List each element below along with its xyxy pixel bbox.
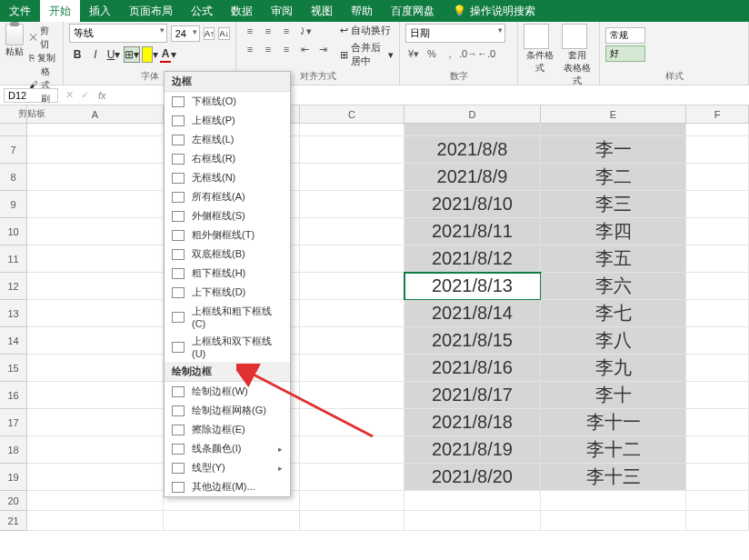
cell-D16[interactable]: 2021/8/17 [404, 382, 541, 409]
font-size-combo[interactable]: 24 [171, 25, 200, 42]
cell-E20[interactable] [541, 491, 686, 511]
cell-F17[interactable] [686, 409, 749, 436]
cell-A19[interactable] [27, 464, 164, 491]
copy-button[interactable]: ⎘复制 [29, 51, 57, 65]
tab-help[interactable]: 帮助 [342, 0, 382, 22]
border-option-5[interactable]: 所有框线(A) [165, 187, 290, 206]
merge-center-button[interactable]: ⊞ 合并后居中 ▾ [340, 41, 394, 68]
cell-D10[interactable]: 2021/8/11 [404, 218, 541, 245]
orientation-button[interactable]: ⤸▾ [296, 24, 313, 38]
currency-button[interactable]: ¥▾ [405, 46, 422, 61]
col-header-d[interactable]: D [404, 105, 541, 123]
tell-me[interactable]: 💡 操作说明搜索 [444, 0, 544, 22]
comma-button[interactable]: , [442, 46, 458, 61]
cell-E17[interactable]: 李十一 [541, 409, 686, 436]
row-header-7[interactable]: 7 [0, 136, 27, 164]
paste-button[interactable]: 粘贴 [5, 24, 24, 58]
cut-button[interactable]: 剪切 [29, 24, 57, 51]
align-bottom-button[interactable]: ≡ [278, 24, 295, 38]
cell-E14[interactable]: 李八 [541, 327, 686, 355]
border-option-11[interactable]: 上框线和粗下框线(C) [165, 302, 290, 332]
draw-border-option-4[interactable]: 线型(Y) [165, 458, 290, 477]
cell-D18[interactable]: 2021/8/19 [404, 436, 541, 464]
border-option-1[interactable]: 上框线(P) [165, 111, 290, 130]
indent-dec-button[interactable]: ⇤ [296, 42, 313, 56]
cell-A16[interactable] [27, 382, 164, 409]
cell-D20[interactable] [404, 491, 541, 511]
cell-A15[interactable] [27, 355, 164, 382]
row-header-15[interactable]: 15 [0, 355, 27, 382]
draw-border-option-2[interactable]: 擦除边框(E) [165, 420, 290, 439]
tab-formula[interactable]: 公式 [182, 0, 222, 22]
border-option-10[interactable]: 上下框线(D) [165, 283, 290, 302]
align-left-button[interactable]: ≡ [242, 42, 258, 56]
cell-F19[interactable] [686, 464, 749, 491]
row-header-14[interactable]: 14 [0, 327, 27, 355]
align-top-button[interactable]: ≡ [242, 24, 258, 38]
cell-D11[interactable]: 2021/8/12 [404, 245, 541, 273]
cell-A21[interactable] [27, 511, 164, 531]
cell-E11[interactable]: 李五 [541, 245, 686, 273]
cell-E13[interactable]: 李七 [541, 300, 686, 327]
row-header-11[interactable]: 11 [0, 245, 27, 273]
border-option-6[interactable]: 外侧框线(S) [165, 206, 290, 225]
col-header-f[interactable]: F [686, 105, 749, 123]
cell-D15[interactable]: 2021/8/16 [404, 355, 541, 382]
cell-C11[interactable] [300, 245, 404, 273]
format-as-table-button[interactable]: 套用 表格格式 [562, 24, 594, 87]
indent-inc-button[interactable]: ⇥ [315, 42, 331, 56]
cell-A9[interactable] [27, 191, 164, 218]
cell-E16[interactable]: 李十 [541, 382, 686, 409]
cell-F21[interactable] [686, 511, 749, 531]
cancel-icon[interactable]: ✕ [62, 89, 77, 101]
cell-F18[interactable] [686, 436, 749, 464]
border-option-2[interactable]: 左框线(L) [165, 130, 290, 149]
increase-font-button[interactable]: A↑ [204, 27, 215, 40]
tab-data[interactable]: 数据 [222, 0, 262, 22]
cell-A14[interactable] [27, 327, 164, 355]
cell-D21[interactable] [404, 511, 541, 531]
cell-B21[interactable] [164, 511, 300, 531]
wrap-text-button[interactable]: ↩ 自动换行 [340, 24, 394, 37]
cell-C14[interactable] [300, 327, 404, 355]
font-color-button[interactable]: A▾ [160, 46, 176, 63]
cell-E10[interactable]: 李四 [541, 218, 686, 245]
bold-button[interactable]: B [69, 46, 85, 63]
fill-color-button[interactable]: ▾ [142, 46, 158, 63]
tab-insert[interactable]: 插入 [80, 0, 120, 22]
borders-button[interactable]: ⊞▾ [124, 46, 140, 63]
decrease-font-button[interactable]: A↓ [218, 27, 230, 40]
font-name-combo[interactable]: 等线 [69, 24, 167, 43]
tab-review[interactable]: 审阅 [262, 0, 302, 22]
cell-A8[interactable] [27, 164, 164, 191]
cell-D8[interactable]: 2021/8/9 [404, 164, 541, 191]
cell-E8[interactable]: 李二 [541, 164, 686, 191]
cell-F15[interactable] [686, 355, 749, 382]
cell-D12[interactable]: 2021/8/13 [404, 273, 541, 300]
draw-border-option-1[interactable]: 绘制边框网格(G) [165, 401, 290, 420]
cell-F11[interactable] [686, 245, 749, 273]
row-header-8[interactable]: 8 [0, 164, 27, 191]
row-header-17[interactable]: 17 [0, 409, 27, 436]
cell-F8[interactable] [686, 164, 749, 191]
cell-A18[interactable] [27, 436, 164, 464]
italic-button[interactable]: I [87, 46, 104, 63]
cell-C8[interactable] [300, 164, 404, 191]
inc-decimal-button[interactable]: .0→ [460, 46, 476, 61]
conditional-format-button[interactable]: 条件格式 [524, 24, 556, 87]
style-normal[interactable]: 常规 [605, 27, 645, 44]
row-header-20[interactable]: 20 [0, 491, 27, 511]
cell-F10[interactable] [686, 218, 749, 245]
cell-C19[interactable] [300, 464, 404, 491]
tab-view[interactable]: 视图 [302, 0, 342, 22]
select-all-corner[interactable] [0, 105, 27, 123]
border-option-12[interactable]: 上框线和双下框线(U) [165, 332, 290, 362]
cell-F14[interactable] [686, 327, 749, 355]
number-format-combo[interactable]: 日期 [405, 24, 505, 43]
row-header-18[interactable]: 18 [0, 436, 27, 464]
cell-E9[interactable]: 李三 [541, 191, 686, 218]
cell-E19[interactable]: 李十三 [541, 464, 686, 491]
row-header-12[interactable]: 12 [0, 273, 27, 300]
col-header-e[interactable]: E [541, 105, 686, 123]
cell-F13[interactable] [686, 300, 749, 327]
